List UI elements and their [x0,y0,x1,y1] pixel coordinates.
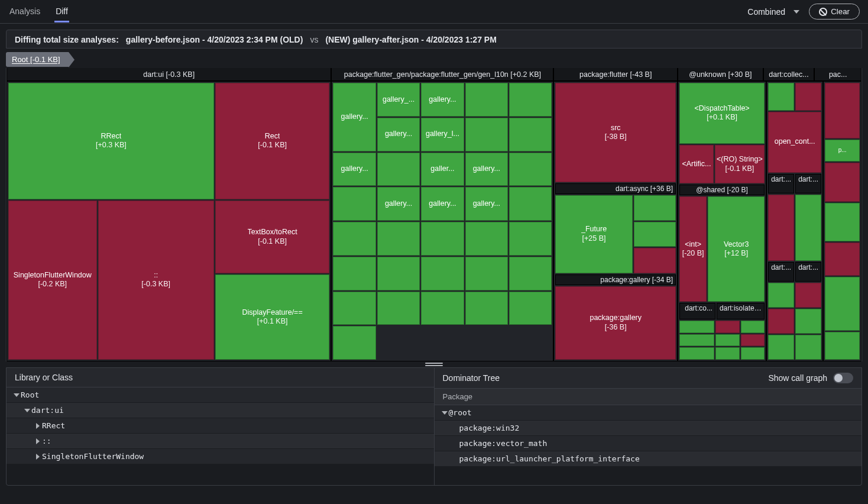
node-displayfeature[interactable]: DisplayFeature/== [+0.1 KB] [215,274,330,360]
mini-hdr[interactable]: dart:... [795,174,821,193]
hdr-dart-co[interactable]: dart:co... [679,303,715,319]
node-gallery-cell[interactable]: gallery... [333,153,375,186]
node-tiny[interactable] [825,332,860,360]
node-tiny[interactable] [715,347,739,360]
node-gallery-cell[interactable] [509,153,552,186]
node-gallery-cell[interactable] [333,326,375,360]
node-tiny[interactable] [795,83,821,111]
node-gallery-cell[interactable] [333,222,375,256]
node-tiny[interactable] [768,309,794,334]
node-gallery-cell[interactable] [509,222,552,256]
tree-row[interactable]: package:win32 [435,421,862,436]
node-gallery-cell[interactable] [377,292,420,325]
col-flutter[interactable]: package:flutter [-43 B] [553,68,678,81]
node-pkg-gallery[interactable]: package:gallery [-36 B] [555,286,676,360]
combined-dropdown[interactable]: Combined [747,7,799,17]
node-gallery-cell[interactable]: gallery... [421,187,464,221]
clear-button[interactable]: Clear [809,4,860,20]
tree-row[interactable]: :: [7,434,434,449]
node-tiny[interactable] [795,283,821,308]
col-flutter-gen[interactable]: package:flutter_gen/package:flutter_gen/… [331,68,553,81]
node-tiny[interactable] [768,195,794,261]
col-dart-ui[interactable]: dart:ui [-0.3 KB] [7,68,331,81]
node-future[interactable]: _Future [+25 B] [555,195,632,273]
tree-row[interactable]: @root [435,405,862,421]
node-rostring[interactable]: <(RO) String> [-0.1 KB] [715,145,765,184]
node-gallery-cell[interactable] [333,257,375,290]
tab-analysis[interactable]: Analysis [8,1,41,22]
node-async-small[interactable] [634,248,676,273]
hdr-shared[interactable]: @shared [-20 B] [679,185,765,195]
node-artific[interactable]: <Artific... [679,145,714,184]
node-dispatch[interactable]: <DispatchTable> [+0.1 KB] [679,83,765,144]
node-tiny[interactable] [768,83,794,111]
node-tiny[interactable] [741,321,765,333]
node-rect[interactable]: Rect [-0.1 KB] [215,83,330,199]
dominator-tree-list[interactable]: @rootpackage:win32package:vector_mathpac… [435,405,862,485]
node-singleton[interactable]: SingletonFlutterWindow [-0.2 KB] [8,201,97,360]
node-gallery-cell[interactable] [465,222,508,256]
node-src[interactable]: src [-38 B] [555,83,676,182]
node-tiny-p[interactable]: p... [825,140,860,161]
node-tiny[interactable] [741,347,765,360]
mini-hdr[interactable]: dart:... [795,262,821,282]
node-tiny[interactable] [679,321,714,333]
node-gallery-cell[interactable]: galler... [421,153,464,186]
node-textbox[interactable]: TextBox/toRect [-0.1 KB] [215,201,330,274]
node-gallery-cell[interactable]: gallery... [377,187,420,221]
node-gallery-cell[interactable] [333,292,375,325]
node-gallery-cell[interactable]: gallery... [377,118,420,151]
breadcrumb-root[interactable]: Root [-0.1 KB] [6,52,69,67]
mini-hdr[interactable]: dart:... [768,174,794,193]
tree-row[interactable]: package:vector_math [435,436,862,451]
node-tiny[interactable] [715,321,739,333]
node-tiny[interactable] [825,83,860,138]
node-gallery-cell[interactable] [421,292,464,325]
node-tiny[interactable] [741,334,765,347]
node-coloncolon[interactable]: :: [-0.3 KB] [98,201,214,360]
node-gallery-cell[interactable] [465,257,508,290]
node-gallery-cell[interactable]: gallery_... [377,83,420,117]
node-tiny[interactable] [825,243,860,276]
node-gallery-cell[interactable] [509,257,552,290]
node-tiny[interactable] [768,335,794,360]
node-gallery-cell[interactable]: gallery... [333,83,375,151]
node-gallery-cell[interactable]: gallery... [421,83,464,117]
node-async-small[interactable] [634,195,676,220]
node-async-small[interactable] [634,222,676,247]
node-tiny[interactable] [768,283,794,308]
node-vector3[interactable]: Vector3 [+12 B] [708,196,765,302]
col-unknown[interactable]: @unknown [+30 B] [678,68,763,81]
node-tiny[interactable] [679,334,714,347]
node-gallery-cell[interactable] [465,118,508,151]
node-tiny[interactable] [825,277,860,331]
node-int[interactable]: <int> [-20 B] [679,196,707,302]
node-gallery-cell[interactable]: gallery_l... [421,118,464,151]
node-tiny[interactable] [679,347,714,360]
node-gallery-cell[interactable] [377,222,420,256]
node-tiny[interactable] [795,335,821,360]
tree-row[interactable]: package:url_launcher_platform_interface [435,451,862,467]
node-gallery-cell[interactable] [377,153,420,186]
node-tiny[interactable] [715,334,739,347]
node-tiny[interactable] [825,203,860,242]
node-rrect[interactable]: RRect [+0.3 KB] [8,83,214,199]
hdr-pkg-gallery[interactable]: package:gallery [-34 B] [555,274,676,285]
node-gallery-cell[interactable] [377,257,420,290]
tree-row[interactable]: dart:ui [7,403,434,418]
node-gallery-cell[interactable] [509,118,552,151]
library-tree-list[interactable]: Rootdart:uiRRect::SingletonFlutterWindow [7,387,434,485]
show-call-graph-toggle[interactable] [833,373,853,383]
split-drag-handle[interactable] [6,361,862,367]
node-gallery-cell[interactable] [509,83,552,117]
node-gallery-cell[interactable]: gallery... [465,153,508,186]
tree-row[interactable]: RRect [7,418,434,434]
node-gallery-cell[interactable] [509,187,552,221]
tab-diff[interactable]: Diff [54,1,69,22]
tree-row[interactable]: SingletonFlutterWindow [7,449,434,464]
node-tiny[interactable] [795,309,821,334]
hdr-dart-async[interactable]: dart:async [+36 B] [555,183,676,194]
node-gallery-cell[interactable] [465,292,508,325]
node-gallery-cell[interactable] [509,292,552,325]
tree-row[interactable]: Root [7,387,434,403]
